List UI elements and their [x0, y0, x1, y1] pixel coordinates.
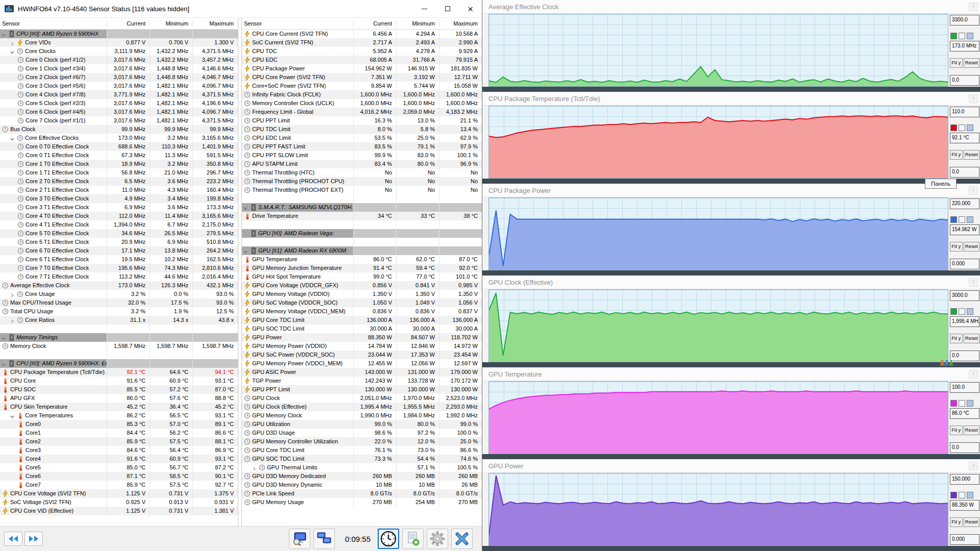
sensor-row[interactable]: GPU SoC Power (VDDCR_SOC)23.044 W17.353 …: [242, 350, 482, 359]
sensor-row[interactable]: Total CPU Usage3.2 %1.9 %12.5 %: [0, 307, 238, 316]
sensor-row[interactable]: Core491.6 °C60.9 °C93.1 °C: [0, 455, 238, 463]
pane-splitter[interactable]: [238, 18, 242, 526]
sensor-row[interactable]: Core 4 T1 Effective Clock1,394.0 MHz6.7 …: [0, 220, 238, 229]
sensor-row[interactable]: Core 6 T0 Effective Clock17.1 MHz13.8 MH…: [0, 246, 238, 255]
sensor-row[interactable]: GPU Temperature86.0 °C62.0 °C87.0 °C: [242, 255, 482, 264]
sensor-row[interactable]: GPU Core TDC Limit76.1 %73.0 %86.6 %: [242, 446, 482, 455]
sensor-row[interactable]: Core Clocks3,111.9 MHz1,432.2 MHz4,371.5…: [0, 47, 238, 56]
sensor-row[interactable]: GPU SOC TDC Limit73.3 %54.4 %74.6 %: [242, 455, 482, 463]
graph-plot-area[interactable]: [488, 381, 948, 454]
sensor-row[interactable]: GPU D3D Usage98.6 %97.2 %100.0 %: [242, 429, 482, 437]
sensor-row[interactable]: Thermal Throttling (HTC)NoNoNo: [242, 168, 482, 177]
sensor-row[interactable]: GPU Clock (Effective)1,995.4 MHz1,955.5 …: [242, 403, 482, 411]
column-sensor[interactable]: Sensor: [0, 20, 107, 27]
chevron-down-icon[interactable]: [1, 335, 7, 340]
graph-close-button[interactable]: ×: [969, 186, 978, 195]
graph-plot-area[interactable]: [488, 473, 948, 546]
sensor-row[interactable]: GPU Memory Voltage (VDDCI_MEM)0.836 V0.8…: [242, 307, 482, 316]
sensor-row[interactable]: GPU Hot Spot Temperature99.0 °C77.0 °C10…: [242, 272, 482, 281]
sensor-row[interactable]: CPU SOC85.5 °C57.2 °C87.0 °C: [0, 385, 238, 394]
sensor-row[interactable]: Core585.0 °C56.7 °C87.2 °C: [0, 463, 238, 472]
sensor-row[interactable]: GPU Memory Clock1,990.0 MHz1,984.0 MHz1,…: [242, 411, 482, 420]
sensor-row[interactable]: Core184.4 °C56.2 °C86.6 °C: [0, 429, 238, 437]
column-current[interactable]: Current: [107, 20, 150, 27]
sensor-row[interactable]: GPU Thermal Limits57.1 %100.5 %: [242, 463, 482, 472]
sensor-row[interactable]: SoC Current (SVI2 TFN)2.717 A2.493 A2.99…: [242, 38, 482, 47]
column-minimum[interactable]: Minimum: [150, 20, 192, 27]
sensor-row[interactable]: Bus Clock99.9 MHz99.9 MHz99.9 MHz: [0, 125, 238, 134]
sensor-row[interactable]: Frequency Limit - Global4,016.2 MHz2,059…: [242, 108, 482, 116]
sensor-row[interactable]: GPU SoC Voltage (VDDCR_SOC)1.050 V1.049 …: [242, 298, 482, 307]
graph-close-button[interactable]: ×: [969, 370, 978, 379]
sensor-row[interactable]: CPU Package Power154.962 W146.915 W181.8…: [242, 64, 482, 73]
sensor-row[interactable]: GPU Memory Voltage (VDDIO)1.350 V1.350 V…: [242, 290, 482, 298]
sensor-row[interactable]: Core 7 T1 Effective Clock113.2 MHz44.6 M…: [0, 272, 238, 281]
reset-button[interactable]: Reset: [964, 425, 979, 435]
column-maximum[interactable]: Maximum: [192, 20, 238, 27]
sensor-row[interactable]: Core 7 Clock (perf #1/1)3,017.6 MHz1,482…: [0, 116, 238, 125]
sensor-row[interactable]: CPU PPT FAST Limit83.5 %79.1 %97.9 %: [242, 142, 482, 151]
move-value-right-button[interactable]: [24, 532, 43, 546]
sensor-row[interactable]: Core 2 T0 Effective Clock6.5 MHz3.6 MHz2…: [0, 177, 238, 186]
sensor-row[interactable]: CPU Core Voltage (SVI2 TFN)1.125 V0.731 …: [0, 489, 238, 498]
sensor-row[interactable]: GPU SOC TDC Limit30.000 A30.000 A30.000 …: [242, 324, 482, 333]
sensor-section-row[interactable]: S.M.A.R.T.: SAMSUNG MZVLQ1T0H...: [242, 203, 482, 212]
sensor-row[interactable]: CPU EDC68.005 A31.766 A79.915 A: [242, 56, 482, 64]
sensor-section-row[interactable]: CPU [#0]: AMD Ryzen 9 5900HX: [0, 30, 238, 38]
graph-plot-area[interactable]: [488, 289, 948, 362]
sensor-row[interactable]: GPU ASIC Power143.000 W131.000 W179.000 …: [242, 368, 482, 377]
chevron-right-icon[interactable]: [10, 318, 16, 323]
chevron-down-icon[interactable]: [10, 136, 16, 141]
sensor-row[interactable]: Core Effective Clocks173.0 MHz3.2 MHz3,1…: [0, 134, 238, 142]
sensor-row[interactable]: Core 1 T0 Effective Clock18.9 MHz3.2 MHz…: [0, 160, 238, 168]
fit-y-button[interactable]: Fit y: [950, 334, 963, 343]
sensor-row[interactable]: Core 7 T0 Effective Clock195.6 MHz74.3 M…: [0, 264, 238, 272]
reset-button[interactable]: Reset: [964, 150, 979, 160]
graph-close-button[interactable]: ×: [969, 3, 978, 11]
reset-button[interactable]: Reset: [964, 334, 979, 343]
sensor-row[interactable]: APU STAPM Limit83.4 %80.0 %96.9 %: [242, 160, 482, 168]
graph-plot-area[interactable]: [488, 14, 948, 87]
sensor-row[interactable]: GPU Power88.350 W84.507 W118.702 W: [242, 333, 482, 342]
sensor-row[interactable]: Core 3 T0 Effective Clock4.9 MHz3.4 MHz1…: [0, 194, 238, 203]
sensor-row[interactable]: Core 2 T1 Effective Clock11.0 MHz4.3 MHz…: [0, 186, 238, 194]
reset-button[interactable]: Reset: [964, 58, 979, 68]
chevron-right-icon[interactable]: [243, 231, 249, 236]
sensor-row[interactable]: Core 5 T0 Effective Clock34.6 MHz26.5 MH…: [0, 229, 238, 238]
sensor-row[interactable]: CPU Core91.6 °C60.9 °C93.1 °C: [0, 377, 238, 385]
sensor-row[interactable]: CPU Skin Temperature45.2 °C36.4 °C45.2 °…: [0, 403, 238, 411]
sensor-row[interactable]: Thermal Throttling (PROCHOT EXT)NoNoNo: [242, 186, 482, 194]
sensor-row[interactable]: GPU D3D Memory Dedicated260 MB260 MB260 …: [242, 472, 482, 481]
sensor-section-row[interactable]: Memory Timings: [0, 333, 238, 342]
column-minimum[interactable]: Minimum: [396, 20, 439, 27]
sensor-row[interactable]: GPU Memory Junction Temperature91.4 °C59…: [242, 264, 482, 272]
sensor-row[interactable]: CPU PPT SLOW Limit99.9 %83.0 %100.1 %: [242, 151, 482, 160]
sensor-row[interactable]: Core Temperatures86.2 °C56.5 °C93.1 °C: [0, 411, 238, 420]
sensor-row[interactable]: CPU Package Temperature (Tctl/Tdie)92.1 …: [0, 368, 238, 377]
sensor-row[interactable]: GPU Memory Power (VDDIO)14.784 W12.846 W…: [242, 342, 482, 350]
sensor-row[interactable]: Core384.6 °C56.4 °C86.9 °C: [0, 446, 238, 455]
chevron-down-icon[interactable]: [243, 248, 249, 254]
reset-button[interactable]: Reset: [964, 517, 979, 527]
sensor-row[interactable]: Core 5 T1 Effective Clock20.9 MHz6.9 MHz…: [0, 238, 238, 246]
sensor-row[interactable]: Core+SoC Power (SVI2 TFN)9.854 W5.744 W1…: [242, 82, 482, 90]
sensor-row[interactable]: Core785.9 °C57.5 °C92.7 °C: [0, 481, 238, 489]
sensor-row[interactable]: Core285.9 °C57.5 °C88.1 °C: [0, 437, 238, 446]
column-header-left[interactable]: Sensor Current Minimum Maximum: [0, 18, 238, 30]
sensor-row[interactable]: Max CPU/Thread Usage32.0 %17.5 %93.0 %: [0, 298, 238, 307]
sensor-row[interactable]: CPU Core Current (SVI2 TFN)6.456 A4.294 …: [242, 30, 482, 38]
graph-titlebar[interactable]: CPU Package Power×: [482, 184, 980, 197]
graph-titlebar[interactable]: GPU Power×: [482, 459, 980, 473]
sensor-section-row[interactable]: CPU [#0]: AMD Ryzen 9 5900HX: Enha...: [0, 359, 238, 368]
remote-sensors-button[interactable]: [313, 529, 335, 549]
sensor-row[interactable]: Core 3 T1 Effective Clock6.9 MHz3.6 MHz1…: [0, 203, 238, 212]
sensor-row[interactable]: APU GFX86.0 °C57.6 °C88.8 °C: [0, 394, 238, 403]
sensor-row[interactable]: GPU D3D Memory Dynamic10 MB10 MB26 MB: [242, 481, 482, 489]
sensor-row[interactable]: Core 0 Clock (perf #1/2)3,017.6 MHz1,432…: [0, 56, 238, 64]
sensor-row[interactable]: CPU TDC Limit8.0 %5.8 %13.4 %: [242, 125, 482, 134]
sensor-row[interactable]: GPU Utilization99.0 %80.0 %99.0 %: [242, 420, 482, 429]
sensor-row[interactable]: SoC Voltage (SVI2 TFN)0.925 V0.913 V0.93…: [0, 498, 238, 507]
window-titlebar[interactable]: HWiNFO64 v7.10-4540 Sensor Status [116 v…: [0, 0, 482, 18]
sensor-row[interactable]: Core Usage3.2 %0.0 %93.0 %: [0, 290, 238, 298]
sensor-row[interactable]: Core 2 Clock (perf #6/7)3,017.6 MHz1,448…: [0, 73, 238, 82]
